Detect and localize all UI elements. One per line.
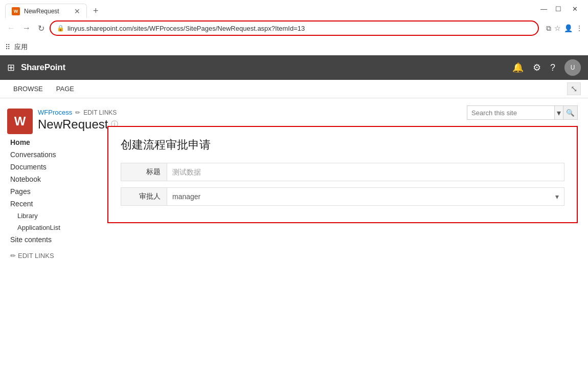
form-input-title[interactable] — [172, 168, 559, 177]
back-button[interactable]: ← — [5, 23, 17, 34]
page-area: ▾ 🔍 创建流程审批申请 标题 审批人 manager — [97, 98, 588, 347]
sidebar-item-applicationlist[interactable]: ApplicationList — [7, 222, 97, 233]
search-icon: 🔍 — [566, 109, 575, 117]
settings-icon[interactable]: ⚙ — [533, 62, 541, 73]
sidebar-item-site-contents[interactable]: Site contents — [7, 233, 97, 246]
help-icon[interactable]: ? — [550, 62, 555, 73]
apps-label: 应用 — [14, 42, 28, 52]
sidebar-item-recent[interactable]: Recent — [7, 198, 97, 210]
form-select-approver-arrow-icon[interactable]: ▾ — [555, 192, 559, 201]
edit-links-bottom[interactable]: ✏ EDIT LINKS — [7, 250, 97, 262]
profile-button[interactable]: 👤 — [564, 24, 573, 32]
sidebar-item-documents[interactable]: Documents — [7, 161, 97, 173]
screen-cast-button[interactable]: ⧉ — [546, 24, 551, 33]
window-close-button[interactable]: ✕ — [572, 5, 578, 13]
window-minimize-button[interactable]: — — [540, 5, 547, 13]
sidebar-item-pages[interactable]: Pages — [7, 185, 97, 198]
form-title: 创建流程审批申请 — [121, 137, 564, 153]
form-container: 创建流程审批申请 标题 审批人 manager ▾ — [107, 126, 578, 223]
form-select-approver-value: manager — [172, 192, 555, 201]
ribbon-tab-page[interactable]: PAGE — [50, 82, 80, 96]
search-box[interactable]: ▾ 🔍 — [467, 105, 578, 120]
lock-icon: 🔒 — [57, 25, 64, 32]
site-link[interactable]: WFProcess — [38, 109, 72, 116]
avatar[interactable]: U — [564, 59, 581, 76]
bookmark-button[interactable]: ☆ — [554, 24, 561, 32]
forward-button[interactable]: → — [20, 23, 33, 34]
ribbon-tab-browse[interactable]: BROWSE — [7, 82, 49, 96]
form-row-title: 标题 — [121, 163, 564, 181]
edit-links-header-icon[interactable]: ✏ — [75, 109, 80, 116]
sidebar-item-conversations[interactable]: Conversations — [7, 148, 97, 161]
tab-close-icon[interactable]: ✕ — [74, 8, 80, 15]
sharepoint-logo: SharePoint — [21, 62, 65, 73]
sidebar-item-home[interactable]: Home — [7, 136, 97, 148]
search-input[interactable] — [467, 109, 554, 117]
sidebar-item-library[interactable]: Library — [7, 210, 97, 222]
address-bar[interactable]: 🔒 linyus.sharepoint.com/sites/WFProcess/… — [50, 20, 539, 36]
url-text: linyus.sharepoint.com/sites/WFProcess/Si… — [67, 25, 532, 32]
notification-icon[interactable]: 🔔 — [512, 62, 524, 73]
sidebar-nav: Home Conversations Documents Notebook Pa… — [7, 136, 97, 246]
form-label-title: 标题 — [121, 163, 167, 181]
tab-title: NewRequest — [24, 8, 70, 15]
edit-links-bottom-icon: ✏ — [10, 252, 16, 260]
more-button[interactable]: ⋮ — [576, 24, 583, 32]
browser-tab[interactable]: W NewRequest ✕ — [5, 4, 87, 18]
ribbon-expand-button[interactable]: ⤡ — [567, 82, 581, 95]
apps-grid-icon[interactable]: ⠿ — [5, 43, 10, 51]
sidebar-item-notebook[interactable]: Notebook — [7, 173, 97, 185]
search-submit-button[interactable]: 🔍 — [563, 106, 577, 119]
ribbon: BROWSE PAGE ⤡ — [0, 80, 588, 98]
site-icon: W — [7, 109, 33, 134]
search-dropdown-arrow-icon: ▾ — [557, 108, 561, 118]
form-row-approver: 审批人 manager ▾ — [121, 187, 564, 206]
new-tab-button[interactable]: + — [89, 5, 103, 16]
sidebar: W WFProcess ✏ EDIT LINKS NewRequest ⓘ Ho… — [0, 98, 97, 347]
form-label-approver: 审批人 — [121, 188, 167, 205]
refresh-button[interactable]: ↻ — [36, 23, 47, 34]
search-dropdown-button[interactable]: ▾ — [554, 106, 563, 119]
waffle-icon[interactable]: ⊞ — [7, 62, 15, 73]
tab-favicon: W — [12, 7, 20, 15]
window-maximize-button[interactable]: ☐ — [555, 5, 561, 13]
edit-links-bottom-label: EDIT LINKS — [18, 252, 54, 260]
